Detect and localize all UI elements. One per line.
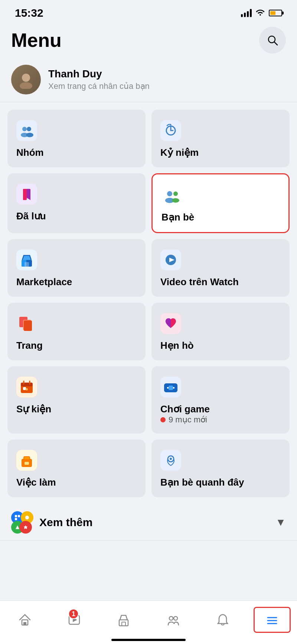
events-icon xyxy=(16,377,37,397)
jobs-icon xyxy=(16,450,37,471)
svg-point-17 xyxy=(172,198,179,203)
svg-rect-39 xyxy=(169,386,173,390)
pages-icon xyxy=(16,313,37,334)
ban-be-label: Bạn bè xyxy=(161,212,280,223)
profile-name: Thanh Duy xyxy=(48,68,286,80)
signal-icon xyxy=(241,9,252,17)
saved-icon xyxy=(16,184,37,205)
grid-item-hen-ho[interactable]: Hẹn hò xyxy=(151,303,290,360)
wifi-icon xyxy=(255,8,265,18)
watch-icon xyxy=(160,249,181,270)
svg-rect-4 xyxy=(16,120,37,141)
svg-point-6 xyxy=(27,127,31,131)
grid-item-video-watch[interactable]: Video trên Watch xyxy=(151,239,290,297)
nhom-label: Nhóm xyxy=(16,147,137,158)
reels-badge: 1 xyxy=(68,609,79,619)
svg-rect-31 xyxy=(21,383,33,386)
bottom-nav: 1 xyxy=(0,600,297,644)
grid-item-su-kien[interactable]: Sự kiện xyxy=(7,366,146,434)
grid-item-ky-niem[interactable]: Kỷ niệm xyxy=(151,110,290,167)
see-more-label: Xem thêm xyxy=(39,516,92,529)
groups-nav-icon xyxy=(164,611,182,629)
see-more-left: Xem thêm xyxy=(11,511,92,534)
svg-rect-46 xyxy=(25,462,29,465)
grid-item-ban-be-quanh-day[interactable]: Bạn bè quanh đây xyxy=(151,439,290,497)
svg-point-8 xyxy=(26,133,33,137)
grid-item-da-luu[interactable]: Đã lưu xyxy=(7,173,146,233)
profile-section[interactable]: Thanh Duy Xem trang cá nhân của bạn xyxy=(0,61,297,102)
svg-point-5 xyxy=(22,127,27,131)
grid-item-marketplace[interactable]: Marketplace xyxy=(7,239,146,297)
status-icons xyxy=(241,8,282,18)
notifications-nav-icon xyxy=(214,611,232,629)
choi-game-label: Chơi game xyxy=(160,403,210,415)
status-bar: 15:32 xyxy=(0,0,297,23)
grid-item-trang[interactable]: Trang xyxy=(7,303,146,360)
see-more-red-icon xyxy=(19,521,32,534)
profile-info: Thanh Duy Xem trang cá nhân của bạn xyxy=(48,68,286,91)
friends-icon xyxy=(161,185,182,206)
svg-rect-41 xyxy=(173,387,174,389)
grid-item-choi-game[interactable]: Chơi game 9 mục mới xyxy=(151,366,290,434)
svg-marker-54 xyxy=(16,525,19,529)
svg-rect-47 xyxy=(160,450,181,471)
nav-notifications[interactable] xyxy=(204,611,241,629)
svg-rect-13 xyxy=(23,189,27,200)
header: Menu xyxy=(0,23,297,61)
svg-rect-59 xyxy=(119,620,128,626)
grid-item-ban-be[interactable]: Bạn bè xyxy=(151,173,290,233)
svg-rect-40 xyxy=(167,387,169,389)
grid-item-nhom[interactable]: Nhóm xyxy=(7,110,146,167)
see-more-section[interactable]: Xem thêm ▼ xyxy=(0,505,297,540)
svg-point-3 xyxy=(20,82,32,89)
search-button[interactable] xyxy=(259,27,286,54)
svg-rect-50 xyxy=(15,515,17,517)
avatar xyxy=(11,65,41,94)
reels-nav-icon: 1 xyxy=(65,611,83,629)
svg-point-53 xyxy=(25,516,29,519)
ky-niem-label: Kỷ niệm xyxy=(160,147,281,158)
svg-rect-44 xyxy=(24,457,30,460)
chevron-down-icon: ▼ xyxy=(275,516,286,528)
svg-rect-21 xyxy=(25,262,29,267)
svg-point-2 xyxy=(22,74,30,82)
marketplace-label: Marketplace xyxy=(16,276,137,288)
dating-icon xyxy=(160,313,181,334)
nav-menu[interactable] xyxy=(254,607,291,633)
viec-lam-label: Việc làm xyxy=(16,477,137,488)
svg-line-1 xyxy=(274,42,277,45)
marketplace-icon xyxy=(16,249,37,270)
game-badge-dot xyxy=(160,417,166,422)
ban-be-quanh-day-label: Bạn bè quanh đây xyxy=(160,477,281,488)
home-indicator xyxy=(111,639,186,641)
nearby-friends-icon xyxy=(160,450,181,471)
svg-point-49 xyxy=(170,458,172,460)
gaming-icon xyxy=(160,377,181,397)
svg-point-61 xyxy=(169,616,173,620)
svg-point-62 xyxy=(174,616,177,620)
nav-home[interactable] xyxy=(6,611,43,629)
su-kien-label: Sự kiện xyxy=(16,403,137,415)
video-watch-label: Video trên Watch xyxy=(160,276,281,288)
svg-point-33 xyxy=(26,388,28,390)
svg-rect-51 xyxy=(18,515,20,517)
svg-point-16 xyxy=(173,191,178,196)
da-luu-label: Đã lưu xyxy=(16,210,137,222)
trang-label: Trang xyxy=(16,340,137,351)
see-more-icons xyxy=(11,511,33,534)
svg-rect-27 xyxy=(24,321,32,331)
svg-point-14 xyxy=(167,191,172,196)
nav-reels[interactable]: 1 xyxy=(56,611,93,629)
game-badge-text: 9 mục mới xyxy=(169,415,207,425)
nav-groups[interactable] xyxy=(155,611,192,629)
grid-item-viec-lam[interactable]: Việc làm xyxy=(7,439,146,497)
marketplace-nav-icon xyxy=(115,611,133,629)
groups-icon xyxy=(16,120,37,141)
svg-rect-52 xyxy=(15,518,17,520)
svg-rect-56 xyxy=(23,622,26,625)
battery-icon xyxy=(269,10,282,16)
svg-rect-32 xyxy=(23,387,26,390)
profile-subtitle: Xem trang cá nhân của bạn xyxy=(48,81,286,91)
nav-marketplace[interactable] xyxy=(105,611,142,629)
page-title: Menu xyxy=(11,29,62,51)
